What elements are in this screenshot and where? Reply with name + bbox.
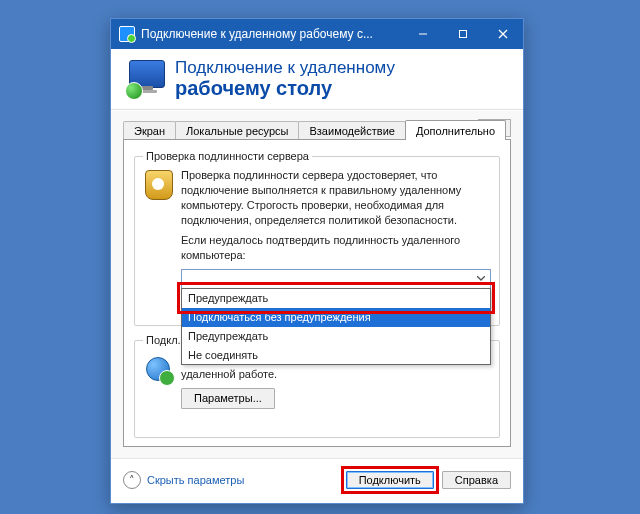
rdp-dialog: Подключение к удаленному рабочему с... П… xyxy=(110,18,524,504)
rdp-app-icon xyxy=(119,26,135,42)
maximize-button[interactable] xyxy=(443,19,483,49)
chevron-down-icon xyxy=(473,272,488,286)
close-button[interactable] xyxy=(483,19,523,49)
lock-icon xyxy=(143,170,175,202)
tab-display[interactable]: Экран xyxy=(123,121,176,139)
help-button[interactable]: Справка xyxy=(442,471,511,489)
gateway-settings-button[interactable]: Параметры... xyxy=(181,388,275,409)
tab-experience[interactable]: Взаимодействие xyxy=(298,121,405,139)
header-line1: Подключение к удаленному xyxy=(175,59,395,78)
server-auth-description: Проверка подлинности сервера удостоверяе… xyxy=(181,168,491,227)
titlebar[interactable]: Подключение к удаленному рабочему с... xyxy=(111,19,523,49)
hide-options-label: Скрыть параметры xyxy=(147,474,244,486)
window-title: Подключение к удаленному рабочему с... xyxy=(141,27,403,41)
server-auth-prompt: Если неудалось подтвердить подлинность у… xyxy=(181,233,491,263)
auth-policy-dropdown-list: Предупреждать Подключаться без предупреж… xyxy=(181,288,491,365)
dialog-footer: ˄ Скрыть параметры Подключить Справка xyxy=(111,458,523,501)
tab-advanced[interactable]: Дополнительно xyxy=(405,120,506,140)
auth-policy-combobox[interactable] xyxy=(181,269,491,289)
group-server-auth: Проверка подлинности сервера Проверка по… xyxy=(134,150,500,326)
auth-option-do-not-connect[interactable]: Не соединять xyxy=(182,346,490,365)
hide-options-toggle[interactable]: ˄ Скрыть параметры xyxy=(123,471,244,489)
group-server-auth-legend: Проверка подлинности сервера xyxy=(143,150,312,162)
auth-option-warn[interactable]: Предупреждать xyxy=(182,289,490,308)
tab-local-resources[interactable]: Локальные ресурсы xyxy=(175,121,299,139)
minimize-button[interactable] xyxy=(403,19,443,49)
chevron-up-icon: ˄ xyxy=(123,471,141,489)
tab-panel-advanced: Проверка подлинности сервера Проверка по… xyxy=(123,139,511,447)
rdp-large-icon xyxy=(125,58,167,100)
connect-button[interactable]: Подключить xyxy=(346,471,434,489)
globe-icon xyxy=(143,354,175,386)
svg-rect-1 xyxy=(460,31,467,38)
dialog-header: Подключение к удаленному рабочему столу xyxy=(111,49,523,110)
header-line2: рабочему столу xyxy=(175,77,395,99)
tabstrip: Экран Локальные ресурсы Взаимодействие Д… xyxy=(123,117,511,139)
auth-option-warn-2[interactable]: Предупреждать xyxy=(182,327,490,346)
auth-option-connect-no-warning[interactable]: Подключаться без предупреждения xyxy=(182,308,490,327)
